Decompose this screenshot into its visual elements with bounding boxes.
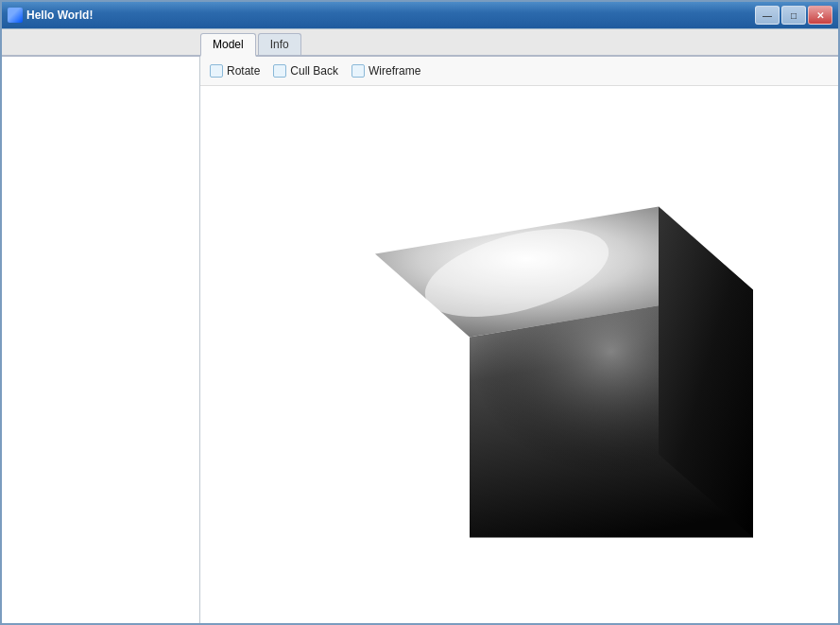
cull-back-checkbox[interactable]	[273, 64, 286, 78]
cube-container	[347, 150, 781, 560]
close-button[interactable]: ✕	[808, 6, 832, 25]
tab-bar: Model Info	[2, 29, 838, 57]
cull-back-label: Cull Back	[290, 64, 338, 78]
title-bar-text: Hello World!	[8, 8, 93, 23]
rotate-checkbox[interactable]	[210, 64, 223, 78]
tab-info[interactable]: Info	[258, 33, 301, 55]
cube-svg	[347, 150, 781, 557]
rotate-label: Rotate	[227, 64, 260, 78]
maximize-button[interactable]: □	[781, 6, 806, 25]
window-body: Model Info Rotate C	[2, 28, 838, 623]
wireframe-label: Wireframe	[369, 64, 420, 78]
rotate-checkbox-item[interactable]: Rotate	[210, 64, 260, 78]
main-content: Rotate Cull Back Wireframe	[2, 57, 838, 623]
wireframe-checkbox-item[interactable]: Wireframe	[351, 64, 420, 78]
tab-model[interactable]: Model	[200, 33, 256, 57]
viewport	[200, 86, 838, 623]
controls-bar: Rotate Cull Back Wireframe	[200, 57, 838, 86]
cull-back-checkbox-item[interactable]: Cull Back	[273, 64, 338, 78]
left-panel	[2, 57, 200, 623]
app-icon	[8, 8, 23, 23]
title-bar-controls: — □ ✕	[755, 6, 832, 25]
title-bar: Hello World! — □ ✕	[2, 2, 838, 28]
window-title: Hello World!	[26, 9, 93, 22]
wireframe-checkbox[interactable]	[351, 64, 365, 78]
minimize-button[interactable]: —	[755, 6, 780, 25]
main-window: Hello World! — □ ✕ Model Info	[0, 0, 840, 625]
right-section: Rotate Cull Back Wireframe	[200, 57, 838, 623]
